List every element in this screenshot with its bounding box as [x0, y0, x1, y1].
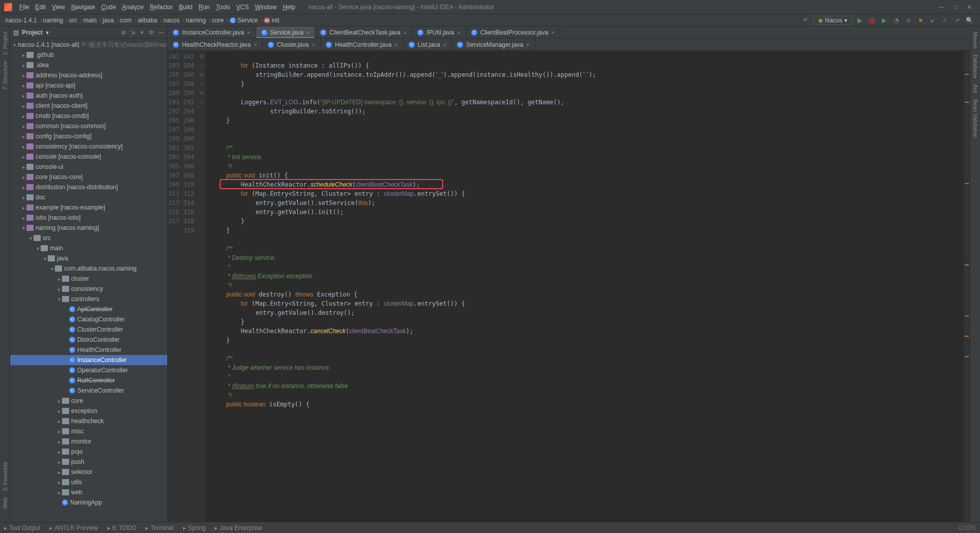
editor-tab[interactable]: CClientBeatCheckTask.java× [315, 26, 412, 38]
close-tab-icon[interactable]: × [404, 29, 407, 36]
close-tab-icon[interactable]: × [457, 29, 460, 36]
tree-item[interactable]: ▸healthcheck [10, 416, 167, 426]
editor-tab[interactable]: CService.java× [256, 26, 316, 38]
tree-item[interactable]: CRaftController [10, 375, 167, 386]
menu-tools[interactable]: Tools [213, 3, 233, 12]
tree-item[interactable]: ▾controllers [10, 294, 167, 304]
chevron-down-icon[interactable]: ▾ [46, 29, 49, 36]
tree-item[interactable]: ▸auth [nacos-auth] [10, 91, 167, 101]
tree-item[interactable]: ▾src [10, 233, 167, 243]
breadcrumb-item[interactable]: naming [183, 17, 209, 24]
tree-item[interactable]: ▸cluster [10, 274, 167, 284]
gear-icon[interactable]: ⚙ [148, 29, 154, 36]
breadcrumb-item[interactable]: CService [227, 17, 261, 24]
breadcrumb-item[interactable]: naming [40, 17, 66, 24]
tree-item[interactable]: ▸pojo [10, 447, 167, 457]
tree-item[interactable]: ▾naming [nacos-naming] [10, 223, 167, 233]
editor-tab[interactable]: CIPUtil.java× [412, 26, 466, 38]
tree-item[interactable]: ▸client [nacos-client] [10, 101, 167, 111]
maximize-icon[interactable]: □ [954, 4, 958, 11]
search-icon[interactable]: 🔍 [965, 16, 974, 25]
tool-tab-favorites[interactable]: 2: Favorites [1, 459, 9, 494]
close-tab-icon[interactable]: × [307, 29, 310, 36]
bottom-tool-tooloutput[interactable]: ▸Tool Output [4, 524, 40, 531]
editor-tab[interactable]: CInstanceController.java× [168, 26, 256, 38]
menu-code[interactable]: Code [98, 3, 119, 12]
breadcrumb-item[interactable]: main [80, 17, 100, 24]
project-tree[interactable]: ▾nacos-1.4.1 [nacos-all]F:\图灵学习笔记\nacos源… [10, 39, 167, 522]
menu-analyze[interactable]: Analyze [119, 3, 147, 12]
git-commit-icon[interactable]: ✓ [940, 16, 950, 25]
tree-item[interactable]: ▸config [nacos-config] [10, 131, 167, 141]
breadcrumb-item[interactable]: src [66, 17, 80, 24]
close-tab-icon[interactable]: × [312, 42, 315, 48]
menu-build[interactable]: Build [176, 3, 196, 12]
close-tab-icon[interactable]: × [247, 29, 250, 36]
menu-edit[interactable]: Edit [32, 3, 49, 12]
tree-item[interactable]: CHealthController [10, 345, 167, 355]
bottom-tool-6todo[interactable]: ▸6: TODO [107, 524, 137, 531]
hide-icon[interactable]: — [158, 29, 164, 36]
menu-file[interactable]: File [16, 3, 32, 12]
tree-item[interactable]: ▾com.alibaba.nacos.naming [10, 263, 167, 274]
close-icon[interactable]: ✕ [967, 4, 972, 11]
tree-item[interactable]: CDistroController [10, 335, 167, 345]
menu-vcs[interactable]: VCS [233, 3, 252, 12]
tree-item[interactable]: ▸istio [nacos-istio] [10, 213, 167, 223]
breadcrumb-item[interactable]: java [100, 17, 117, 24]
breadcrumb-item[interactable]: minit [261, 17, 282, 24]
tree-item[interactable]: CApiController [10, 304, 167, 314]
breadcrumb-item[interactable]: nacos [160, 17, 182, 24]
tree-item[interactable]: ▸doc [10, 192, 167, 202]
git-pull-icon[interactable]: ↙ [928, 16, 937, 25]
tree-item[interactable]: ▸selector [10, 467, 167, 477]
close-tab-icon[interactable]: × [443, 42, 446, 48]
tool-tab-database[interactable]: Database [971, 51, 979, 81]
tree-item[interactable]: ▾main [10, 243, 167, 253]
tool-tab-web[interactable]: Web [1, 494, 9, 512]
menu-help[interactable]: Help [280, 3, 298, 12]
tree-item[interactable]: ▸example [nacos-example] [10, 202, 167, 213]
tree-item[interactable]: ▸consistency [10, 284, 167, 294]
tree-item[interactable]: COperatorController [10, 365, 167, 375]
tree-item[interactable]: ▸address [nacos-address] [10, 70, 167, 80]
tree-item[interactable]: CNamingApp [10, 497, 167, 508]
code-area[interactable]: 281 282 283 284 285 286 287 288 289 290 … [168, 51, 970, 522]
error-stripe[interactable] [964, 51, 970, 522]
tree-item[interactable]: ▸console-ui [10, 162, 167, 172]
tree-item[interactable]: ▸push [10, 457, 167, 467]
select-opened-icon[interactable]: ⊕ [121, 29, 126, 36]
breadcrumb-item[interactable]: core [209, 17, 227, 24]
menu-view[interactable]: View [49, 3, 68, 12]
git-push-icon[interactable]: ↗ [953, 16, 962, 25]
tree-item[interactable]: ▸exception [10, 406, 167, 416]
tree-item[interactable]: ▸monitor [10, 436, 167, 447]
tree-item[interactable]: ▸core [10, 396, 167, 406]
editor-tab[interactable]: CClientBeatProcessor.java× [466, 26, 561, 38]
close-tab-icon[interactable]: × [552, 29, 555, 36]
breadcrumb-item[interactable]: nacos-1.4.1 [2, 17, 40, 24]
bottom-tool-terminal[interactable]: ▸Terminal [145, 524, 173, 531]
tree-item[interactable]: ▾nacos-1.4.1 [nacos-all]F:\图灵学习笔记\nacos源… [10, 40, 167, 50]
menu-refactor[interactable]: Refactor [147, 3, 176, 12]
tree-item[interactable]: CServiceController [10, 386, 167, 396]
close-tab-icon[interactable]: × [526, 42, 529, 48]
tool-tab-beanvalidation[interactable]: Bean Validation [971, 96, 979, 141]
bottom-tool-antlrpreview[interactable]: ▸ANTLR Preview [49, 524, 98, 531]
debug-icon[interactable]: 🐞 [867, 16, 876, 25]
coverage-icon[interactable]: ▶ [879, 16, 889, 25]
tree-item[interactable]: ▸cmdb [nacos-cmdb] [10, 111, 167, 121]
code-editor[interactable]: for (Instance instance : allIPs()) { str… [205, 51, 964, 522]
tree-item[interactable]: ▸.idea [10, 60, 167, 70]
profile-icon[interactable]: ◔ [892, 16, 901, 25]
menu-navigate[interactable]: Navigate [68, 3, 98, 12]
editor-tab[interactable]: CServiceManager.java× [452, 39, 535, 50]
tool-tab-maven[interactable]: Maven [971, 28, 979, 51]
tree-item[interactable]: ▸common [nacos-common] [10, 121, 167, 131]
editor-tab[interactable]: CList.java× [404, 39, 452, 50]
close-tab-icon[interactable]: × [394, 42, 397, 48]
attach-icon[interactable]: ⎋ [904, 16, 913, 25]
tool-tab-structure[interactable]: 7: Structure [1, 58, 9, 93]
fold-gutter[interactable]: ⊟ — ⊟ — ⊟ — [198, 51, 205, 522]
expand-icon[interactable]: ⇲ [130, 29, 135, 36]
